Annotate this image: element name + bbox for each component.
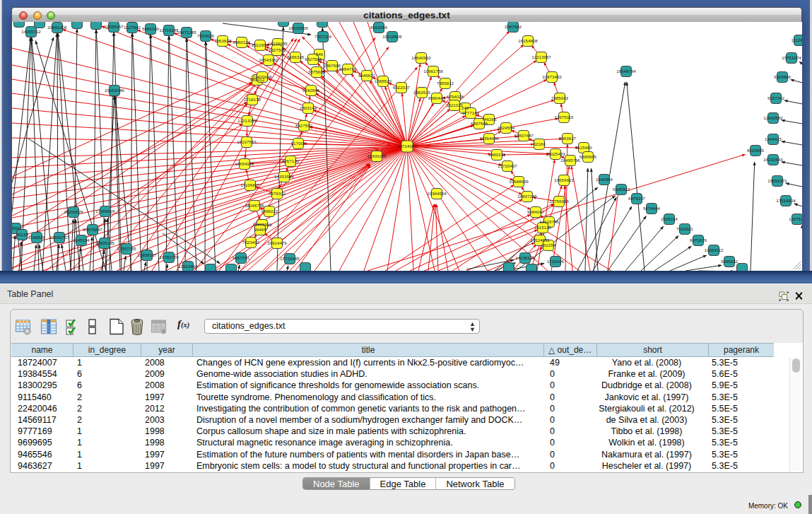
svg-text:9699695: 9699695 (579, 154, 597, 159)
svg-text:12923466: 12923466 (178, 264, 198, 269)
svg-text:16648784: 16648784 (616, 69, 636, 74)
svg-text:3498222: 3498222 (261, 209, 278, 214)
svg-text:95961: 95961 (12, 226, 22, 230)
svg-text:15720407: 15720407 (498, 163, 517, 168)
svg-text:10688609: 10688609 (509, 179, 529, 184)
svg-text:9474444: 9474444 (643, 206, 661, 211)
svg-text:8990448: 8990448 (428, 95, 446, 100)
svg-text:1640954: 1640954 (596, 177, 613, 182)
svg-text:8454749: 8454749 (339, 66, 357, 71)
svg-text:7632621: 7632621 (676, 226, 694, 231)
svg-text:16495796: 16495796 (560, 158, 580, 163)
svg-text:1112688: 1112688 (791, 37, 802, 42)
svg-text:8186328: 8186328 (287, 54, 305, 59)
svg-text:16154808: 16154808 (518, 38, 538, 43)
svg-text:2935114: 2935114 (661, 216, 678, 221)
svg-text:10756928: 10756928 (549, 199, 569, 204)
svg-text:9327508: 9327508 (305, 57, 322, 62)
svg-text:16914479: 16914479 (267, 240, 287, 245)
svg-text:8427552: 8427552 (295, 123, 313, 128)
svg-text:9115460: 9115460 (575, 145, 592, 150)
svg-text:2867608: 2867608 (324, 63, 341, 68)
svg-text:16033809: 16033809 (288, 25, 308, 30)
svg-text:39139: 39139 (16, 232, 28, 237)
svg-text:9657791: 9657791 (233, 255, 250, 260)
svg-text:15409946: 15409946 (252, 222, 272, 227)
svg-text:8813054: 8813054 (370, 25, 388, 30)
svg-text:15716485: 15716485 (280, 256, 300, 261)
svg-text:99469: 99469 (254, 227, 266, 232)
svg-text:18807249: 18807249 (517, 194, 537, 199)
svg-text:1588520: 1588520 (375, 78, 392, 83)
svg-text:2087682: 2087682 (505, 24, 522, 29)
svg-text:6322037: 6322037 (393, 85, 411, 90)
svg-text:9327505: 9327505 (269, 47, 286, 52)
svg-text:18640910: 18640910 (411, 55, 431, 60)
svg-text:16046736: 16046736 (245, 203, 264, 208)
svg-text:1480311: 1480311 (488, 152, 505, 157)
svg-text:2718170: 2718170 (244, 97, 261, 102)
svg-text:10120746: 10120746 (539, 219, 559, 224)
svg-text:16543362: 16543362 (259, 57, 278, 62)
svg-text:5938923: 5938923 (613, 187, 630, 192)
svg-text:14353594: 14353594 (274, 174, 294, 179)
svg-text:15226055: 15226055 (268, 41, 288, 46)
svg-text:23420046: 23420046 (252, 74, 272, 79)
svg-text:16782759: 16782759 (159, 255, 179, 259)
svg-text:9777169: 9777169 (462, 110, 480, 115)
svg-text:20206576: 20206576 (64, 209, 83, 214)
svg-text:245: 245 (461, 105, 469, 110)
svg-text:917006: 917006 (291, 141, 306, 146)
svg-text:10973493: 10973493 (542, 74, 562, 79)
svg-text:12213967: 12213967 (531, 54, 551, 59)
svg-text:10958107: 10958107 (137, 252, 157, 257)
svg-text:10961758: 10961758 (423, 69, 443, 74)
svg-text:12942757: 12942757 (49, 235, 69, 240)
svg-text:12093582: 12093582 (763, 115, 783, 120)
svg-text:7485003: 7485003 (551, 95, 569, 100)
svg-text:15751074: 15751074 (782, 55, 801, 60)
svg-text:20364436: 20364436 (479, 136, 499, 141)
svg-text:9242848: 9242848 (302, 88, 320, 93)
svg-text:3875685: 3875685 (308, 69, 326, 74)
svg-text:10654112: 10654112 (704, 247, 724, 252)
svg-text:3624554: 3624554 (498, 125, 515, 130)
svg-text:12905185: 12905185 (95, 240, 114, 245)
svg-text:1145194: 1145194 (73, 238, 90, 243)
svg-text:15692971: 15692971 (767, 178, 787, 183)
svg-text:2803144: 2803144 (300, 105, 317, 110)
svg-text:9329966: 9329966 (774, 74, 792, 79)
svg-text:93975887: 93975887 (83, 227, 102, 232)
svg-text:6466160: 6466160 (142, 26, 160, 31)
svg-text:12213389: 12213389 (237, 118, 257, 123)
svg-text:9245052: 9245052 (721, 259, 739, 264)
svg-text:14055712: 14055712 (21, 29, 41, 34)
svg-text:19524851: 19524851 (530, 238, 550, 243)
svg-text:7357224: 7357224 (314, 34, 332, 39)
svg-text:1362615: 1362615 (413, 90, 431, 95)
svg-text:9463627: 9463627 (559, 136, 577, 141)
svg-text:9146821: 9146821 (358, 73, 376, 78)
svg-text:6497568: 6497568 (471, 121, 488, 126)
svg-text:8960124: 8960124 (233, 40, 251, 45)
svg-text:1733426: 1733426 (547, 259, 565, 264)
svg-text:1615132: 1615132 (534, 225, 552, 230)
svg-text:18300295: 18300295 (367, 153, 387, 158)
svg-text:546: 546 (316, 52, 324, 57)
svg-text:7955812: 7955812 (437, 81, 454, 86)
svg-text:10807487: 10807487 (514, 133, 534, 138)
svg-text:17957255: 17957255 (117, 246, 136, 251)
svg-text:1156829: 1156829 (28, 235, 45, 240)
svg-text:16107553: 16107553 (237, 139, 257, 144)
svg-text:10655267: 10655267 (104, 24, 124, 29)
svg-text:19654923: 19654923 (554, 177, 574, 182)
svg-text:12975115: 12975115 (554, 115, 574, 119)
svg-text:10025453: 10025453 (546, 151, 565, 156)
svg-text:7623402: 7623402 (242, 240, 260, 245)
svg-text:9084067: 9084067 (527, 209, 545, 214)
svg-text:7663822: 7663822 (214, 38, 232, 43)
svg-text:20053346: 20053346 (105, 88, 124, 93)
svg-text:62160: 62160 (533, 141, 546, 146)
svg-text:19106827: 19106827 (240, 182, 260, 187)
svg-text:9227342: 9227342 (767, 95, 785, 100)
